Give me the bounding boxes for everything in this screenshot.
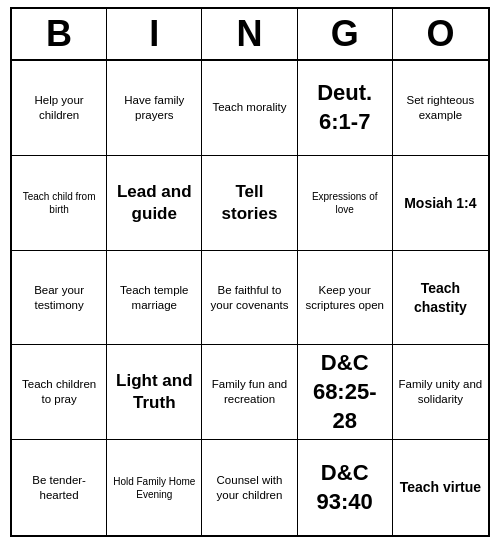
bingo-grid: Help your childrenHave family prayersTea…	[12, 61, 488, 535]
bingo-cell-6[interactable]: Lead and guide	[107, 156, 202, 251]
bingo-cell-3[interactable]: Deut. 6:1-7	[298, 61, 393, 156]
bingo-header: B I N G O	[12, 9, 488, 61]
bingo-cell-1[interactable]: Have family prayers	[107, 61, 202, 156]
bingo-cell-2[interactable]: Teach morality	[202, 61, 297, 156]
bingo-cell-17[interactable]: Family fun and recreation	[202, 345, 297, 440]
letter-i: I	[107, 9, 202, 59]
bingo-cell-10[interactable]: Bear your testimony	[12, 251, 107, 346]
letter-g: G	[298, 9, 393, 59]
bingo-cell-4[interactable]: Set righteous example	[393, 61, 488, 156]
bingo-cell-18[interactable]: D&C 68:25-28	[298, 345, 393, 440]
bingo-cell-0[interactable]: Help your children	[12, 61, 107, 156]
bingo-card: B I N G O Help your childrenHave family …	[10, 7, 490, 537]
bingo-cell-15[interactable]: Teach children to pray	[12, 345, 107, 440]
bingo-cell-24[interactable]: Teach virtue	[393, 440, 488, 535]
letter-b: B	[12, 9, 107, 59]
bingo-cell-11[interactable]: Teach temple marriage	[107, 251, 202, 346]
bingo-cell-14[interactable]: Teach chastity	[393, 251, 488, 346]
bingo-cell-21[interactable]: Hold Family Home Evening	[107, 440, 202, 535]
bingo-cell-20[interactable]: Be tender-hearted	[12, 440, 107, 535]
bingo-cell-22[interactable]: Counsel with your children	[202, 440, 297, 535]
bingo-cell-8[interactable]: Expressions of love	[298, 156, 393, 251]
bingo-cell-16[interactable]: Light and Truth	[107, 345, 202, 440]
bingo-cell-9[interactable]: Mosiah 1:4	[393, 156, 488, 251]
letter-n: N	[202, 9, 297, 59]
bingo-cell-5[interactable]: Teach child from birth	[12, 156, 107, 251]
bingo-cell-23[interactable]: D&C 93:40	[298, 440, 393, 535]
bingo-cell-12[interactable]: Be faithful to your covenants	[202, 251, 297, 346]
bingo-cell-13[interactable]: Keep your scriptures open	[298, 251, 393, 346]
bingo-cell-19[interactable]: Family unity and solidarity	[393, 345, 488, 440]
bingo-cell-7[interactable]: Tell stories	[202, 156, 297, 251]
letter-o: O	[393, 9, 488, 59]
